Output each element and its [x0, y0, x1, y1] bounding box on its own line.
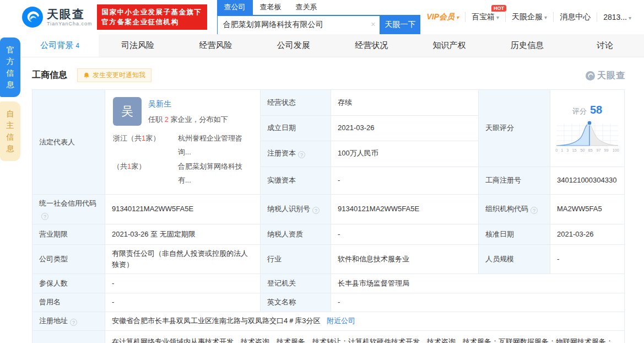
side-tab-self-info[interactable]: 自主信息 [0, 101, 20, 161]
related-company: 杭州誉程企业管理咨询... [178, 131, 252, 159]
nav-vip-member[interactable]: VIP会员▾ [420, 12, 465, 22]
field-label-former-name: 曾用名 [33, 293, 105, 312]
field-value-org-code: MA2WW5FA5 [550, 195, 625, 224]
field-label-company-type: 公司类型 [33, 244, 105, 274]
gov-badge-line2: 官方备案企业征信机构 [102, 17, 202, 27]
list-item: （共1家） 合肥菜划算网络科技有... [113, 159, 252, 187]
field-label-staff-size: 人员规模 [479, 244, 550, 274]
search-tab-boss[interactable]: 查老板 [253, 0, 289, 15]
page: 天眼查 TianYanCha.com 国家中小企业发展子基金旗下 官方备案企业征… [0, 0, 644, 343]
field-label-biz-term: 营业期限 [33, 224, 105, 244]
field-label-address: 注册地址? [33, 312, 105, 330]
field-value-biz-term: 2021-03-26 至 无固定期限 [105, 224, 261, 244]
chevron-down-icon: ▾ [496, 14, 499, 20]
field-value-reg-authority: 长丰县市场监督管理局 [331, 274, 625, 293]
chevron-down-icon: ▾ [456, 14, 459, 20]
side-tab-official-info[interactable]: 官方信息 [0, 37, 20, 97]
tianyancha-logo-icon [22, 7, 43, 28]
field-value-taxpayer-qual: - [331, 224, 479, 244]
score-value: 58 [590, 104, 602, 116]
tab-operating-risk[interactable]: 经营风险 [177, 34, 255, 57]
tianyancha-logo[interactable]: 天眼查 TianYanCha.com [22, 7, 93, 28]
score-axis-ticks: 01 315 5085 9799 100 [555, 147, 619, 154]
chevron-down-icon: ▾ [629, 15, 631, 21]
legal-rep-name-link[interactable]: 吴新生 [148, 98, 171, 110]
field-value-english-name: - [331, 293, 625, 312]
search-input[interactable] [217, 15, 380, 35]
section-title: 工商信息 [32, 69, 67, 81]
help-icon[interactable]: ? [312, 207, 320, 214]
field-label-english-name: 英文名称 [261, 293, 331, 312]
top-nav: VIP会员▾ HOT 百宝箱▾ 天眼企服▾ 消息中心 2813...▾ [420, 12, 637, 22]
field-value-est-date: 2021-03-26 [331, 115, 479, 141]
tab-judicial-risk[interactable]: 司法风险 [99, 34, 176, 57]
nav-message-center[interactable]: 消息中心 [553, 12, 597, 22]
legal-rep-cell: 吴 吴新生 任职 2 家企业，分布如下 浙江（共1家） [105, 90, 261, 195]
hot-badge: HOT [491, 5, 506, 12]
search-tab-relation[interactable]: 查关系 [289, 0, 324, 15]
watermark-logo: 天眼查 [586, 70, 625, 82]
help-icon[interactable]: ? [70, 319, 77, 326]
business-info-table: 法定代表人 吴 吴新生 任职 2 家企业，分布如下 [32, 89, 625, 343]
tab-history-info[interactable]: 历史信息 [488, 34, 566, 57]
field-value-reg-no: 340121000304330 [550, 167, 625, 195]
chevron-down-icon: ▾ [544, 14, 547, 20]
nearby-companies-link[interactable]: 附近公司 [327, 317, 355, 325]
list-item: 浙江（共1家） 杭州誉程企业管理咨询... [113, 131, 252, 159]
side-tabs: 官方信息 自主信息 [0, 37, 20, 161]
field-label-industry: 行业 [261, 244, 331, 274]
company-tabbar: 公司背景4 司法风险 经营风险 公司发展 经营状况 知识产权 历史信息 讨论 [21, 34, 644, 57]
field-value-approval-date: 2021-03-26 [550, 224, 625, 244]
field-label-legal-rep: 法定代表人 [33, 90, 105, 195]
help-icon[interactable]: ? [41, 213, 48, 220]
tab-operating-status[interactable]: 经营状况 [333, 34, 410, 57]
notify-change-button[interactable]: 发生变更时通知我 [77, 68, 151, 82]
field-label-taxpayer-id: 纳税人识别号? [261, 195, 331, 224]
field-value-credit-code: 91340121MA2WW5FA5E [105, 195, 261, 224]
logo-domain: TianYanCha.com [47, 21, 93, 26]
help-icon[interactable]: ? [531, 207, 538, 214]
gov-certification-badge: 国家中小企业发展子基金旗下 官方备案企业征信机构 [97, 4, 207, 30]
search-area: 查公司 查老板 查关系 × 天眼一下 [217, 0, 421, 35]
field-value-paid-capital: - [331, 167, 479, 195]
tab-intellectual-property[interactable]: 知识产权 [410, 34, 488, 57]
field-value-industry: 软件和信息技术服务业 [331, 244, 479, 274]
tab-discussion[interactable]: 讨论 [566, 34, 644, 57]
field-label-scope: 经营范围? [33, 330, 105, 343]
field-label-score: 天眼评分 [479, 90, 550, 167]
search-tab-company[interactable]: 查公司 [217, 0, 253, 15]
tab-count-badge: 4 [75, 42, 79, 50]
field-value-company-type: 有限责任公司（非自然人投资或控股的法人独资） [105, 244, 261, 274]
nav-enterprise-services[interactable]: 天眼企服▾ [505, 12, 553, 22]
legal-rep-distribution: 浙江（共1家） 杭州誉程企业管理咨询... （共1家） 合肥菜划算网络科技有..… [113, 131, 252, 187]
field-label-est-date: 成立日期 [261, 115, 331, 141]
tab-company-background[interactable]: 公司背景4 [21, 34, 99, 57]
score-marker-pin [587, 121, 592, 125]
score-curve-chart [555, 119, 619, 147]
field-label-status: 经营状态 [261, 90, 331, 116]
field-label-paid-capital: 实缴资本 [261, 167, 331, 195]
field-label-reg-no: 工商注册号 [479, 167, 550, 195]
field-value-former-name: - [105, 293, 261, 312]
field-label-approval-date: 核准日期 [479, 224, 550, 244]
field-label-insured: 参保人数 [33, 274, 105, 293]
nav-treasure-box[interactable]: HOT 百宝箱▾ [465, 12, 505, 22]
avatar[interactable]: 吴 [113, 97, 142, 126]
field-value-reg-capital: 100万人民币 [331, 141, 479, 167]
legal-rep-roles: 任职 2 家企业，分布如下 [148, 114, 228, 125]
field-value-staff-size: - [550, 244, 625, 274]
tab-company-development[interactable]: 公司发展 [255, 34, 332, 57]
help-icon[interactable]: ? [298, 151, 305, 158]
watermark-text: 天眼查 [597, 70, 625, 82]
main-content: 公司背景4 司法风险 经营风险 公司发展 经营状况 知识产权 历史信息 讨论 工… [21, 34, 644, 343]
clear-search-icon[interactable]: × [371, 20, 375, 28]
search-button[interactable]: 天眼一下 [380, 15, 420, 35]
search-tabs: 查公司 查老板 查关系 [217, 0, 421, 15]
logo-title: 天眼查 [47, 8, 93, 20]
related-company: 合肥菜划算网络科技有... [178, 159, 252, 187]
tianyan-score-cell: 评分58 [550, 90, 625, 167]
nav-user-account[interactable]: 2813...▾ [597, 13, 637, 22]
field-value-taxpayer-id: 91340121MA2WW5FA5E [331, 195, 479, 224]
bell-icon [83, 72, 90, 79]
field-value-insured: - [105, 274, 261, 293]
